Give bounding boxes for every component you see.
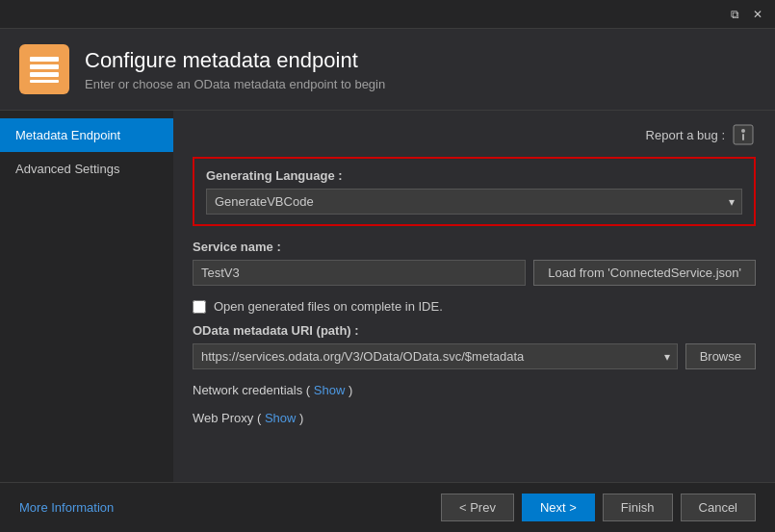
main-content: Report a bug : Generating Language : Gen… bbox=[173, 111, 775, 482]
app-icon bbox=[19, 44, 69, 94]
generating-language-label: Generating Language : bbox=[206, 168, 742, 183]
open-files-label[interactable]: Open generated files on complete in IDE. bbox=[214, 299, 443, 314]
footer-left: More Information bbox=[19, 500, 114, 515]
report-bug-label: Report a bug : bbox=[646, 128, 725, 142]
cancel-button[interactable]: Cancel bbox=[681, 494, 756, 521]
svg-rect-6 bbox=[742, 134, 744, 140]
odata-uri-input[interactable] bbox=[193, 343, 678, 369]
odata-uri-row: Browse bbox=[193, 343, 756, 369]
dialog-title: Configure metadata endpoint bbox=[85, 48, 385, 73]
header-text: Configure metadata endpoint Enter or cho… bbox=[85, 48, 385, 91]
web-proxy-row: Web Proxy ( Show ) bbox=[193, 411, 756, 425]
more-information-link[interactable]: More Information bbox=[19, 500, 114, 515]
service-name-row: Load from 'ConnectedService.json' bbox=[193, 260, 756, 286]
generating-language-section: Generating Language : GenerateCSharpCode… bbox=[193, 157, 756, 226]
next-button[interactable]: Next > bbox=[522, 494, 595, 521]
svg-rect-3 bbox=[30, 80, 59, 83]
prev-button[interactable]: < Prev bbox=[441, 494, 514, 521]
svg-point-5 bbox=[741, 129, 745, 133]
close-button[interactable]: ✕ bbox=[748, 5, 767, 24]
svg-rect-0 bbox=[30, 57, 59, 62]
uri-dropdown-wrapper bbox=[193, 343, 678, 369]
generating-language-dropdown[interactable]: GenerateCSharpCode GenerateVBCode bbox=[206, 189, 742, 215]
title-bar: ⧉ ✕ bbox=[0, 0, 775, 29]
browse-button[interactable]: Browse bbox=[685, 343, 756, 369]
load-json-button[interactable]: Load from 'ConnectedService.json' bbox=[533, 260, 756, 286]
footer-right: < Prev Next > Finish Cancel bbox=[441, 494, 756, 521]
restore-button[interactable]: ⧉ bbox=[725, 5, 744, 24]
sidebar-item-advanced-settings[interactable]: Advanced Settings bbox=[0, 152, 173, 186]
network-credentials-row: Network credentials ( Show ) bbox=[193, 383, 756, 397]
generating-language-dropdown-wrapper: GenerateCSharpCode GenerateVBCode bbox=[206, 189, 742, 215]
network-credentials-label: Network credentials bbox=[193, 383, 302, 397]
service-name-label: Service name : bbox=[193, 240, 756, 254]
service-name-input[interactable] bbox=[193, 260, 526, 286]
odata-uri-label: OData metadata URI (path) : bbox=[193, 323, 756, 338]
report-bug-button[interactable] bbox=[731, 122, 756, 147]
svg-rect-1 bbox=[30, 64, 59, 69]
dialog: Configure metadata endpoint Enter or cho… bbox=[0, 29, 775, 532]
dialog-footer: More Information < Prev Next > Finish Ca… bbox=[0, 482, 775, 532]
sidebar-item-metadata-endpoint[interactable]: Metadata Endpoint bbox=[0, 118, 173, 152]
network-credentials-show-link[interactable]: Show bbox=[314, 383, 346, 397]
open-files-row: Open generated files on complete in IDE. bbox=[193, 299, 756, 314]
dialog-subtitle: Enter or choose an OData metadata endpoi… bbox=[85, 77, 385, 91]
web-proxy-label: Web Proxy bbox=[193, 411, 253, 425]
sidebar: Metadata Endpoint Advanced Settings bbox=[0, 111, 173, 482]
dialog-header: Configure metadata endpoint Enter or cho… bbox=[0, 29, 775, 111]
web-proxy-show-link[interactable]: Show bbox=[265, 411, 297, 425]
finish-button[interactable]: Finish bbox=[603, 494, 673, 521]
odata-uri-section: OData metadata URI (path) : Browse bbox=[193, 323, 756, 369]
service-name-section: Service name : Load from 'ConnectedServi… bbox=[193, 240, 756, 286]
network-credentials-section: Network credentials ( Show ) bbox=[193, 383, 756, 397]
web-proxy-section: Web Proxy ( Show ) bbox=[193, 411, 756, 425]
dialog-body: Metadata Endpoint Advanced Settings Repo… bbox=[0, 111, 775, 482]
svg-rect-2 bbox=[30, 72, 59, 77]
report-bug-row: Report a bug : bbox=[193, 122, 756, 147]
open-files-checkbox[interactable] bbox=[193, 300, 206, 314]
